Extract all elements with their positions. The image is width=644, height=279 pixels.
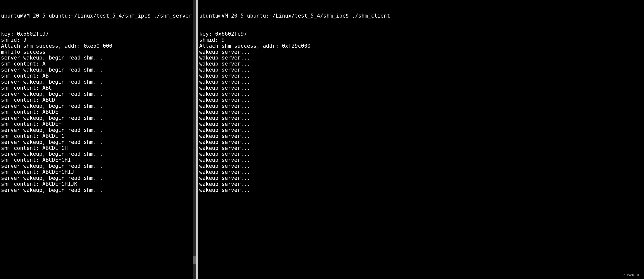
terminal-prompt-line: ubuntu@VM-20-5-ubuntu:~/Linux/test_5_4/s… (1, 13, 195, 19)
terminal-scrollbar[interactable] (193, 0, 196, 279)
terminal-output-line: server wakeup, begin read shm... (1, 67, 195, 73)
scrollbar-thumb[interactable] (193, 256, 196, 264)
terminal-client-pane[interactable]: ubuntu@VM-20-5-ubuntu:~/Linux/test_5_4/s… (198, 0, 644, 279)
terminal-output-line: key: 0x6602fc97 (1, 31, 195, 37)
terminal-output-line: shm content: ABCDEFGH (1, 145, 195, 151)
terminal-output-line: wakeup server... (199, 103, 643, 109)
terminal-output-line: wakeup server... (199, 97, 643, 103)
terminal-output-line: wakeup server... (199, 73, 643, 79)
terminal-output-line: wakeup server... (199, 79, 643, 85)
terminal-output-line: wakeup server... (199, 115, 643, 121)
terminal-output-line: wakeup server... (199, 133, 643, 139)
terminal-output-line: shmid: 9 (199, 37, 643, 43)
terminal-output-line: key: 0x6602fc97 (199, 31, 643, 37)
terminal-output-line: shm content: ABCDEFG (1, 133, 195, 139)
terminal-output-line: wakeup server... (199, 91, 643, 97)
terminal-output-line: wakeup server... (199, 85, 643, 91)
terminal-output-block: key: 0x6602fc97shmid: 9Attach shm succes… (199, 31, 643, 193)
terminal-output-line: mkfifo success (1, 49, 195, 55)
terminal-output-line: server wakeup, begin read shm... (1, 115, 195, 121)
terminal-output-line: wakeup server... (199, 61, 643, 67)
terminal-output-line: wakeup server... (199, 139, 643, 145)
terminal-output-line: shmid: 9 (1, 37, 195, 43)
terminal-output-line: server wakeup, begin read shm... (1, 151, 195, 157)
terminal-output-line: server wakeup, begin read shm... (1, 187, 195, 193)
terminal-prompt-line: ubuntu@VM-20-5-ubuntu:~/Linux/test_5_4/s… (199, 13, 643, 19)
terminal-output-line: wakeup server... (199, 109, 643, 115)
terminal-output-line: server wakeup, begin read shm... (1, 139, 195, 145)
terminal-output-line: wakeup server... (199, 175, 643, 181)
terminal-output-line: Attach shm success, addr: 0xe50f000 (1, 43, 195, 49)
terminal-output-line: server wakeup, begin read shm... (1, 103, 195, 109)
terminal-output-line: wakeup server... (199, 67, 643, 73)
terminal-output-line: wakeup server... (199, 121, 643, 127)
terminal-output-line: wakeup server... (199, 163, 643, 169)
terminal-output-line: shm content: ABCDEFGHI (1, 157, 195, 163)
terminal-output-line: shm content: ABCDEFGHIJK (1, 181, 195, 187)
terminal-output-line: shm content: ABCD (1, 97, 195, 103)
terminal-output-line: shm content: A (1, 61, 195, 67)
terminal-output-line: wakeup server... (199, 55, 643, 61)
terminal-output-block: key: 0x6602fc97shmid: 9Attach shm succes… (1, 31, 195, 193)
terminal-output-line: server wakeup, begin read shm... (1, 175, 195, 181)
terminal-output-line: wakeup server... (199, 157, 643, 163)
terminal-output-line: wakeup server... (199, 49, 643, 55)
terminal-output-line: server wakeup, begin read shm... (1, 127, 195, 133)
terminal-output-line: shm content: AB (1, 73, 195, 79)
terminal-output-line: shm content: ABCDEFGHIJ (1, 169, 195, 175)
terminal-output-line: server wakeup, begin read shm... (1, 163, 195, 169)
terminal-output-line: Attach shm success, addr: 0xf29c000 (199, 43, 643, 49)
watermark-text: znwx.cn (623, 272, 640, 277)
terminal-output-line: shm content: ABC (1, 85, 195, 91)
terminal-output-line: wakeup server... (199, 169, 643, 175)
terminal-output-line: wakeup server... (199, 127, 643, 133)
terminal-output-line: wakeup server... (199, 145, 643, 151)
terminal-output-line: server wakeup, begin read shm... (1, 55, 195, 61)
terminal-output-line: server wakeup, begin read shm... (1, 79, 195, 85)
terminal-output-line: shm content: ABCDE (1, 109, 195, 115)
terminal-server-pane[interactable]: ubuntu@VM-20-5-ubuntu:~/Linux/test_5_4/s… (0, 0, 196, 279)
terminal-output-line: shm content: ABCDEF (1, 121, 195, 127)
terminal-output-line: wakeup server... (199, 187, 643, 193)
terminal-output-line: wakeup server... (199, 151, 643, 157)
terminal-output-line: wakeup server... (199, 181, 643, 187)
terminal-output-line: server wakeup, begin read shm... (1, 91, 195, 97)
